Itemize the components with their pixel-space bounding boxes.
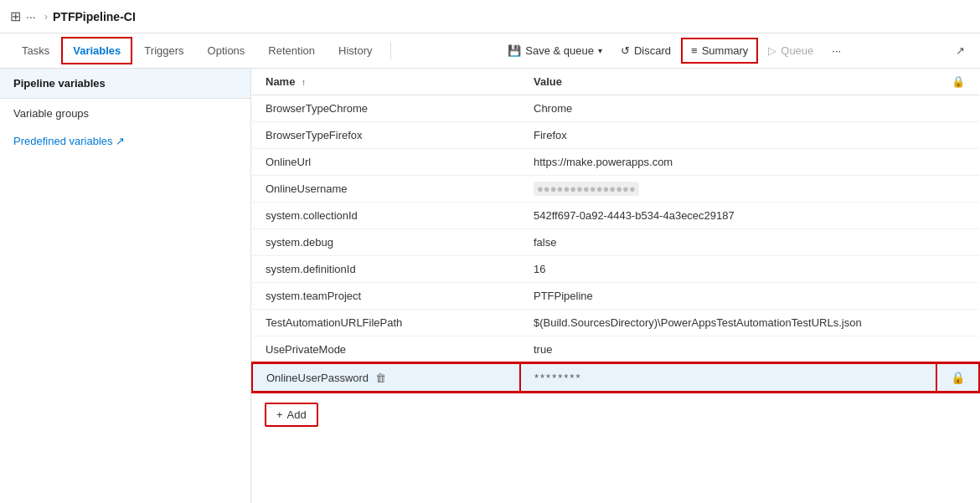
tab-tasks[interactable]: Tasks [10,36,61,65]
table-row[interactable]: system.definitionId16 [252,256,979,283]
toolbar-actions: 💾 Save & queue ▾ ↺ Discard ≡ Summary ▷ Q… [499,38,849,64]
lock-cell[interactable] [936,256,979,283]
name-column-header: Name ↑ [252,69,520,95]
discard-icon: ↺ [621,44,630,57]
table-row[interactable]: BrowserTypeChromeChrome [252,95,979,122]
variable-name-cell: OnlineUsername [252,176,520,203]
discard-label: Discard [634,44,671,57]
page-title: PTFPipeline-CI [53,10,136,23]
variable-name-cell: UsePrivateMode [252,336,520,364]
variable-name: system.teamProject [266,290,361,302]
variable-value-cell: https://make.powerapps.com [520,149,936,176]
sidebar-item-variable-groups[interactable]: Variable groups [0,99,250,128]
table-row[interactable]: BrowserTypeFirefoxFirefox [252,122,979,149]
table-row[interactable]: OnlineUserPassword🗑********🔒 [252,363,979,392]
table-row[interactable]: TestAutomationURLFilePath$(Build.Sources… [252,310,979,336]
table-header-row: Name ↑ Value 🔒 [252,69,979,95]
tab-triggers[interactable]: Triggers [132,36,195,65]
variable-value-cell: 542ff697-0a92-4443-b534-4a3ecec29187 [520,203,936,229]
variable-name: OnlineUrl [266,156,311,168]
variable-name: BrowserTypeChrome [266,102,368,115]
lock-cell[interactable] [936,283,979,310]
tab-retention[interactable]: Retention [256,36,327,65]
variable-name: OnlineUserPassword [266,372,369,384]
sidebar: Pipeline variables Variable groups Prede… [0,69,251,503]
delete-variable-icon[interactable]: 🗑 [375,372,386,384]
variable-name: system.definitionId [266,263,356,275]
app-icon: ⊞ [10,8,21,24]
nav-tabs-bar: Tasks Variables Triggers Options Retenti… [0,33,980,69]
lock-cell[interactable] [936,95,979,122]
variable-value-cell: Chrome [520,95,936,122]
add-button-label: Add [287,408,307,421]
variable-value-cell: Firefox [520,122,936,149]
more-icon: ··· [832,44,841,57]
variable-name-cell: TestAutomationURLFilePath [252,310,520,336]
variable-value-cell: $(Build.SourcesDirectory)\PowerAppsTestA… [520,310,936,336]
lock-cell[interactable] [936,149,979,176]
variable-name-cell: OnlineUserPassword🗑 [252,363,520,392]
lock-icon: 🔒 [951,371,965,384]
variable-name-cell: system.debug [252,229,520,256]
variable-name-cell: system.collectionId [252,203,520,229]
table-row[interactable]: OnlineUrlhttps://make.powerapps.com [252,149,979,176]
lock-cell[interactable] [936,310,979,336]
pipeline-variables-header[interactable]: Pipeline variables [0,69,250,99]
nav-divider [390,42,391,60]
table-row[interactable]: UsePrivateModetrue [252,336,979,364]
table-row[interactable]: system.teamProjectPTFPipeline [252,283,979,310]
lock-cell[interactable]: 🔒 [936,363,979,392]
variable-name: system.debug [266,236,333,249]
variable-name: OnlineUsername [266,182,348,195]
variable-value-cell: false [520,229,936,256]
sidebar-link-predefined-variables[interactable]: Predefined variables ↗ [0,128,250,154]
tab-variables[interactable]: Variables [61,37,132,64]
tab-options[interactable]: Options [196,36,257,65]
predefined-variables-label: Predefined variables ↗ [13,135,125,147]
lock-cell[interactable] [936,176,979,203]
more-toolbar-btn[interactable]: ··· [823,39,849,62]
blurred-value: ●●●●●●●●●●●●●●● [534,182,639,196]
content-area: Name ↑ Value 🔒 BrowserTypeChromeChromeBr… [251,69,980,503]
variable-name: TestAutomationURLFilePath [266,316,402,329]
variable-name: system.collectionId [266,209,358,222]
masked-value: ******** [534,372,581,384]
table-row[interactable]: OnlineUsername●●●●●●●●●●●●●●● [252,176,979,203]
expand-button[interactable]: ↗ [951,39,970,62]
variable-name: UsePrivateMode [266,343,346,356]
add-variable-button[interactable]: + Add [265,403,318,427]
sort-arrow-icon: ↑ [302,78,306,87]
variable-name-cell: OnlineUrl [252,149,520,176]
variable-name-cell: system.definitionId [252,256,520,283]
variable-name: BrowserTypeFirefox [266,129,363,141]
top-bar: ⊞ ··· › PTFPipeline-CI [0,0,980,33]
variable-name-cell: BrowserTypeChrome [252,95,520,122]
save-queue-label: Save & queue [525,44,594,57]
table-body: BrowserTypeChromeChromeBrowserTypeFirefo… [252,95,979,393]
lock-cell[interactable] [936,336,979,364]
dropdown-arrow-icon: ▾ [598,46,602,55]
tab-history[interactable]: History [327,36,384,65]
summary-label: Summary [702,44,749,57]
summary-button[interactable]: ≡ Summary [681,38,758,64]
lock-header-icon: 🔒 [952,75,965,88]
lock-cell[interactable] [936,122,979,149]
save-queue-button[interactable]: 💾 Save & queue ▾ [499,39,611,62]
table-row[interactable]: system.collectionId542ff697-0a92-4443-b5… [252,203,979,229]
queue-button[interactable]: ▷ Queue [760,39,822,62]
variable-value-cell: ●●●●●●●●●●●●●●● [520,176,936,203]
lock-column-header: 🔒 [936,69,979,95]
breadcrumb-chevron: › [44,10,48,23]
expand-icon: ↗ [956,44,965,57]
more-options-btn[interactable]: ··· [26,10,36,23]
queue-icon: ▷ [768,44,776,57]
variable-value-cell: PTFPipeline [520,283,936,310]
summary-icon: ≡ [691,44,698,57]
plus-icon: + [276,408,283,421]
lock-cell[interactable] [936,203,979,229]
lock-cell[interactable] [936,229,979,256]
table-row[interactable]: system.debugfalse [252,229,979,256]
discard-button[interactable]: ↺ Discard [612,39,679,62]
value-column-header: Value [520,69,936,95]
queue-label: Queue [781,44,813,57]
